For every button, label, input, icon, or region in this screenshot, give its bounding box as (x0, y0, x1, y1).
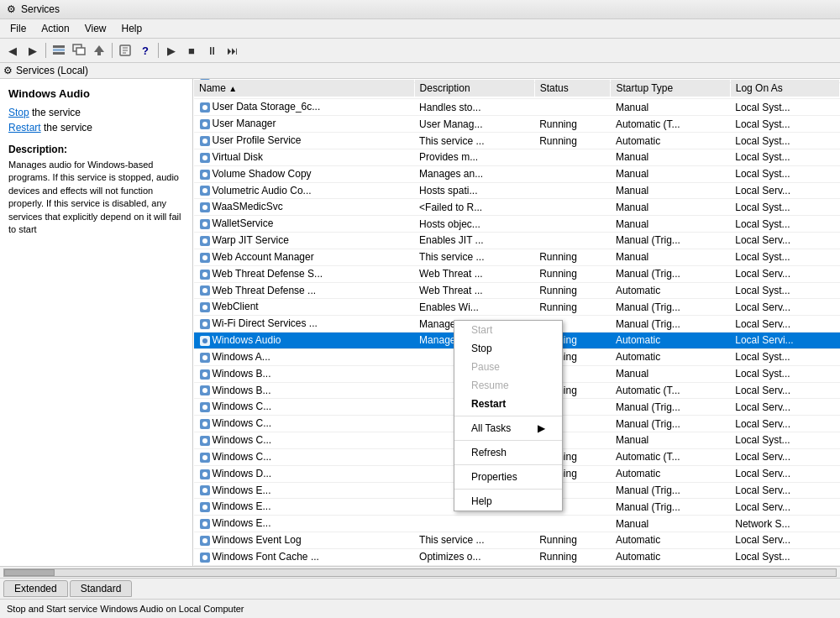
service-name-text: Windows D... (213, 468, 272, 479)
cell-name: Windows B... (194, 382, 415, 399)
service-icon (199, 185, 213, 196)
cell-desc: This service ... (414, 249, 534, 265)
table-row[interactable]: Web Account ManagerThis service ...Runni… (194, 249, 840, 265)
table-row[interactable]: WaaSMedicSvc<Failed to R...ManualLocal S… (194, 199, 840, 216)
service-icon (199, 451, 213, 463)
cell-status: Running (534, 548, 611, 565)
col-status[interactable]: Status (534, 79, 611, 97)
table-row[interactable]: Warp JIT ServiceEnables JIT ...Manual (T… (194, 233, 840, 249)
cell-logon: Local Syst... (730, 348, 839, 365)
cell-status: Running (534, 116, 611, 133)
svg-point-66 (202, 405, 207, 410)
table-row[interactable]: User ManagerUser Manag...RunningAutomati… (194, 116, 840, 133)
col-name[interactable]: Name ▲ (194, 79, 415, 97)
cell-logon: Local Serv... (730, 316, 839, 333)
cell-name: Warp JIT Service (194, 233, 415, 249)
table-row[interactable]: Web Threat Defense ...Web Threat ...Runn… (194, 282, 840, 299)
cell-name: Windows E... (194, 516, 415, 532)
stop-btn[interactable]: ■ (182, 41, 201, 60)
col-logon[interactable]: Log On As (730, 79, 839, 97)
table-row[interactable]: User Profile ServiceThis service ...Runn… (194, 133, 840, 149)
cell-status (534, 149, 611, 165)
table-row[interactable]: Web Threat Defense S...Web Threat ...Run… (194, 265, 840, 282)
help-btn[interactable]: ? (136, 41, 155, 60)
up-btn[interactable] (90, 41, 108, 60)
h-thumb[interactable] (4, 569, 55, 576)
svg-point-76 (202, 488, 207, 493)
h-scrollbar[interactable] (3, 568, 837, 577)
play-btn[interactable]: ▶ (162, 41, 181, 60)
pause-btn[interactable]: ⏸ (202, 41, 221, 60)
svg-point-82 (202, 538, 207, 543)
ctx-sep-4 (454, 489, 562, 490)
service-icon (199, 385, 213, 396)
cell-logon: Local Syst... (730, 149, 839, 165)
table-row[interactable]: WalletServiceHosts objec...ManualLocal S… (194, 216, 840, 233)
right-panel[interactable]: Services (Local) Name ▲ Description Stat… (193, 79, 840, 566)
ctx-stop[interactable]: Stop (454, 339, 562, 358)
cell-startup: Automatic (611, 282, 730, 299)
ctx-pause[interactable]: Pause (454, 358, 562, 376)
ctx-start[interactable]: Start (454, 321, 562, 339)
cell-startup: Automatic (611, 548, 730, 565)
col-description[interactable]: Description (414, 79, 534, 97)
svg-rect-2 (53, 52, 65, 55)
col-startup[interactable]: Startup Type (611, 79, 730, 97)
tab-standard[interactable]: Standard (70, 580, 133, 597)
svg-point-40 (202, 188, 207, 193)
service-name-text: Windows Font Cache ... (213, 551, 319, 563)
table-row[interactable]: Windows Font Cache ...Optimizes o...Runn… (194, 548, 840, 565)
forward-btn[interactable]: ▶ (24, 41, 42, 60)
cell-status: Running (534, 265, 611, 282)
cell-startup: Manual (Trig... (611, 499, 730, 516)
menu-action[interactable]: Action (34, 21, 76, 36)
menu-view[interactable]: View (78, 21, 113, 36)
service-name-text: Windows C... (213, 401, 272, 412)
cell-startup: Manual (611, 149, 730, 165)
cell-startup: Manual (611, 432, 730, 449)
table-row[interactable]: WebClientEnables Wi...RunningManual (Tri… (194, 299, 840, 316)
new-window-btn[interactable] (70, 41, 88, 60)
svg-rect-4 (76, 48, 85, 55)
ctx-restart[interactable]: Restart (454, 395, 562, 413)
scroll-area (0, 566, 840, 578)
cell-name: Windows C... (194, 432, 415, 449)
cell-logon: Local Serv... (730, 399, 839, 416)
show-hide-btn[interactable] (50, 41, 68, 60)
title-bar: ⚙ Services (0, 0, 840, 19)
svg-point-32 (202, 122, 207, 127)
resume-btn[interactable]: ⏭ (223, 41, 241, 60)
cell-name: Windows E... (194, 499, 415, 516)
menu-file[interactable]: File (3, 21, 33, 36)
cell-status (534, 99, 611, 116)
restart-link[interactable]: Restart (8, 122, 41, 134)
menu-help[interactable]: Help (115, 21, 150, 36)
ctx-refresh[interactable]: Refresh (454, 443, 562, 462)
cell-logon: Local Syst... (730, 249, 839, 265)
stop-link[interactable]: Stop (8, 107, 29, 118)
back-btn[interactable]: ◀ (3, 41, 22, 60)
service-name-text: Windows A... (213, 351, 270, 363)
svg-point-64 (202, 388, 207, 393)
table-row[interactable]: Volumetric Audio Co...Hosts spati...Manu… (194, 182, 840, 199)
service-icon (199, 484, 213, 496)
tab-extended[interactable]: Extended (3, 580, 68, 597)
table-row[interactable]: User Data Storage_6c...Handles sto...Man… (194, 99, 840, 116)
table-row[interactable]: Volume Shadow CopyManages an...ManualLoc… (194, 165, 840, 182)
table-row[interactable]: Windows Event LogThis service ...Running… (194, 532, 840, 548)
table-row[interactable]: Windows E...ManualNetwork S... (194, 516, 840, 532)
ctx-resume[interactable]: Resume (454, 376, 562, 395)
ctx-all-tasks[interactable]: All Tasks ▶ (454, 419, 562, 437)
svg-point-78 (202, 505, 207, 510)
ctx-properties[interactable]: Properties (454, 468, 562, 486)
cell-startup: Manual (Trig... (611, 482, 730, 499)
cell-desc: <Failed to R... (414, 199, 534, 216)
ctx-help[interactable]: Help (454, 492, 562, 511)
cell-startup: Manual (611, 365, 730, 382)
table-row[interactable]: Virtual DiskProvides m...ManualLocal Sys… (194, 149, 840, 165)
context-menu: Start Stop Pause Resume Restart All Task… (454, 320, 563, 511)
cell-logon: Local Serv... (730, 382, 839, 399)
properties-btn[interactable] (116, 41, 134, 60)
service-icon (199, 500, 213, 512)
svg-point-56 (202, 322, 207, 327)
